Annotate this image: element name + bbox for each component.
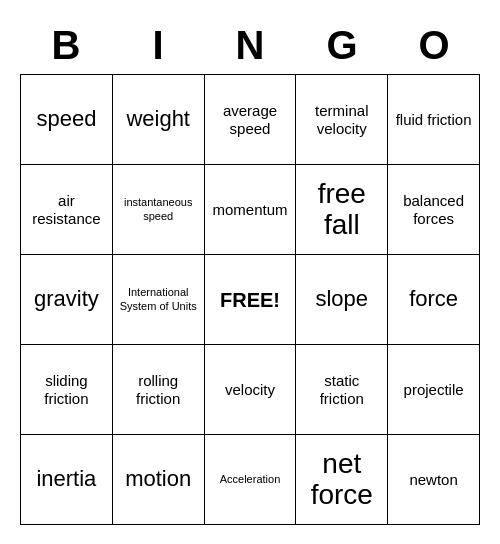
bingo-cell-15: sliding friction xyxy=(21,345,113,435)
header-letter: I xyxy=(112,19,204,72)
cell-text: International System of Units xyxy=(117,286,200,312)
cell-text: net force xyxy=(300,449,383,511)
bingo-cell-12: FREE! xyxy=(205,255,297,345)
bingo-cell-19: projectile xyxy=(388,345,480,435)
header-letter: N xyxy=(204,19,296,72)
bingo-cell-17: velocity xyxy=(205,345,297,435)
bingo-cell-13: slope xyxy=(296,255,388,345)
cell-text: static friction xyxy=(300,372,383,408)
cell-text: inertia xyxy=(36,466,96,492)
cell-text: momentum xyxy=(212,201,287,219)
cell-text: projectile xyxy=(404,381,464,399)
cell-text: fluid friction xyxy=(396,111,472,129)
cell-text: instantaneous speed xyxy=(117,196,200,222)
bingo-cell-20: inertia xyxy=(21,435,113,525)
cell-text: sliding friction xyxy=(25,372,108,408)
cell-text: FREE! xyxy=(220,288,280,312)
bingo-cell-2: average speed xyxy=(205,75,297,165)
bingo-cell-8: free fall xyxy=(296,165,388,255)
cell-text: rolling friction xyxy=(117,372,200,408)
cell-text: terminal velocity xyxy=(300,102,383,138)
cell-text: motion xyxy=(125,466,191,492)
bingo-header: BINGO xyxy=(20,19,480,72)
bingo-cell-4: fluid friction xyxy=(388,75,480,165)
cell-text: Acceleration xyxy=(220,473,281,486)
cell-text: newton xyxy=(409,471,457,489)
cell-text: gravity xyxy=(34,286,99,312)
bingo-cell-0: speed xyxy=(21,75,113,165)
cell-text: speed xyxy=(36,106,96,132)
bingo-cell-16: rolling friction xyxy=(113,345,205,435)
cell-text: force xyxy=(409,286,458,312)
bingo-cell-3: terminal velocity xyxy=(296,75,388,165)
bingo-grid: speedweightaverage speedterminal velocit… xyxy=(20,74,480,525)
cell-text: weight xyxy=(126,106,190,132)
header-letter: G xyxy=(296,19,388,72)
cell-text: average speed xyxy=(209,102,292,138)
cell-text: velocity xyxy=(225,381,275,399)
bingo-cell-18: static friction xyxy=(296,345,388,435)
bingo-cell-21: motion xyxy=(113,435,205,525)
cell-text: slope xyxy=(315,286,368,312)
bingo-cell-14: force xyxy=(388,255,480,345)
bingo-cell-7: momentum xyxy=(205,165,297,255)
bingo-cell-22: Acceleration xyxy=(205,435,297,525)
bingo-cell-23: net force xyxy=(296,435,388,525)
bingo-cell-9: balanced forces xyxy=(388,165,480,255)
bingo-card: BINGO speedweightaverage speedterminal v… xyxy=(10,9,490,535)
bingo-cell-24: newton xyxy=(388,435,480,525)
header-letter: O xyxy=(388,19,480,72)
cell-text: free fall xyxy=(300,179,383,241)
header-letter: B xyxy=(20,19,112,72)
bingo-cell-5: air resistance xyxy=(21,165,113,255)
bingo-cell-1: weight xyxy=(113,75,205,165)
cell-text: air resistance xyxy=(25,192,108,228)
cell-text: balanced forces xyxy=(392,192,475,228)
bingo-cell-11: International System of Units xyxy=(113,255,205,345)
bingo-cell-6: instantaneous speed xyxy=(113,165,205,255)
bingo-cell-10: gravity xyxy=(21,255,113,345)
